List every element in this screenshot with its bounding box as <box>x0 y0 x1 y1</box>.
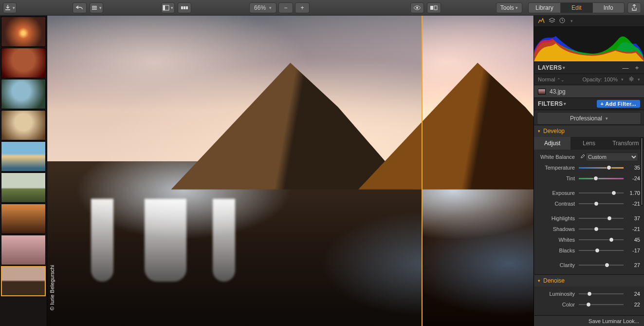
slider-track[interactable] <box>579 248 624 253</box>
slider-track[interactable] <box>579 302 624 307</box>
slider-temperature: Temperature 35 <box>534 162 644 173</box>
slider-whites: Whites 45 <box>534 234 644 245</box>
thumbnail[interactable] <box>1 235 46 265</box>
develop-tabs: Adjust Lens Transform <box>534 137 644 150</box>
compare-slider[interactable] <box>422 16 423 326</box>
slider-track[interactable] <box>579 165 624 171</box>
panel-scrollbar[interactable] <box>641 137 643 318</box>
zoom-in-button[interactable]: + <box>295 2 310 13</box>
slider-label: Whites <box>539 237 579 243</box>
history-button[interactable]: ▾ <box>90 2 103 13</box>
histogram-icon[interactable] <box>538 18 545 25</box>
slider-value: -17 <box>624 248 640 253</box>
right-panel: ▾ LAYERS▾ — ＋ Normal ⌃⌄ Opacity: 100%▾ <box>534 16 644 326</box>
panels-toggle-button[interactable]: ▾ <box>161 2 175 13</box>
slider-label: Clarity <box>539 262 579 268</box>
thumbnail[interactable] <box>1 204 46 234</box>
slider-value: 22 <box>624 302 640 307</box>
tab-info[interactable]: Info <box>592 2 625 13</box>
image-waterfall <box>213 199 235 282</box>
slider-value: 45 <box>624 237 640 243</box>
blend-mode-dropdown[interactable]: Normal ⌃⌄ <box>538 77 565 82</box>
slider-tint: Tint -24 <box>534 173 644 184</box>
layer-gear-icon[interactable] <box>628 76 634 83</box>
wb-mode-select[interactable]: Custom <box>586 153 638 161</box>
filters-header[interactable]: FILTERS▾ + Add Filter... <box>534 97 644 110</box>
tools-dropdown[interactable]: Tools▾ <box>496 2 522 13</box>
slider-label: Highlights <box>539 215 579 221</box>
thumbnail[interactable] <box>1 79 46 109</box>
slider-value: 27 <box>624 262 640 268</box>
slider-track[interactable] <box>579 201 624 207</box>
layers-title: LAYERS <box>538 64 562 71</box>
tab-lens[interactable]: Lens <box>570 137 607 150</box>
slider-track[interactable] <box>579 226 624 232</box>
svg-rect-2 <box>181 6 183 9</box>
thumbnail[interactable] <box>1 141 46 172</box>
zoom-value: 66% <box>254 4 266 11</box>
filmstrip <box>0 16 47 326</box>
svg-rect-4 <box>186 6 188 9</box>
slider-contrast: Contrast -21 <box>534 198 644 209</box>
thumbnail-selected[interactable] <box>1 266 46 296</box>
filmstrip-toggle-button[interactable] <box>178 2 191 13</box>
remove-layer-button[interactable]: — <box>622 64 628 72</box>
slider-track[interactable] <box>579 175 624 181</box>
layer-item[interactable]: 43.jpg <box>534 85 644 97</box>
top-toolbar: ▾ ▾ ▾ 66%▾ − + Tools▾ Library Edit Info <box>0 0 644 16</box>
opacity-label: Opacity: <box>583 77 602 82</box>
thumbnail[interactable] <box>1 48 46 78</box>
thumbnail[interactable] <box>1 110 46 140</box>
layer-thumbnail-icon <box>538 89 546 95</box>
share-icon <box>631 4 637 11</box>
minus-icon: − <box>284 4 288 11</box>
layer-options: Normal ⌃⌄ Opacity: 100%▾ ▾ <box>534 74 644 85</box>
save-look-button[interactable]: Save Luminar Look... <box>534 315 644 326</box>
layers-header[interactable]: LAYERS▾ — ＋ <box>534 61 644 74</box>
eye-icon <box>413 5 421 11</box>
zoom-out-button[interactable]: − <box>278 2 293 13</box>
undo-button[interactable] <box>73 2 86 13</box>
slider-track[interactable] <box>579 262 624 268</box>
chevron-down-icon: ▾ <box>538 278 540 283</box>
slider-track[interactable] <box>579 190 624 196</box>
slider-blacks: Blacks -17 <box>534 245 644 256</box>
slider-value: 37 <box>624 215 640 221</box>
import-button[interactable]: ▾ <box>3 2 17 13</box>
preset-dropdown[interactable]: Professional▾ <box>537 112 641 125</box>
preview-button[interactable] <box>410 2 424 13</box>
develop-header[interactable]: ▾ Develop <box>534 125 644 137</box>
thumbnail[interactable] <box>1 173 46 203</box>
zoom-dropdown[interactable]: 66%▾ <box>249 2 276 13</box>
opacity-value[interactable]: 100% <box>604 77 618 82</box>
wb-eyedropper-icon[interactable] <box>579 153 586 160</box>
layers-stack-icon[interactable] <box>549 18 555 25</box>
plus-icon: + <box>301 4 304 11</box>
slider-value: -21 <box>624 201 640 207</box>
slider-highlights: Highlights 37 <box>534 213 644 224</box>
svg-point-9 <box>630 78 632 80</box>
slider-label: Temperature <box>539 165 579 171</box>
slider-track[interactable] <box>579 215 624 221</box>
slider-exposure: Exposure 1.70 <box>534 188 644 198</box>
tab-library[interactable]: Library <box>528 2 560 13</box>
slider-value: -24 <box>624 175 640 181</box>
image-viewer[interactable]: © Iurie Belegurschi <box>47 16 534 326</box>
thumbnail[interactable] <box>1 17 46 47</box>
compare-button[interactable] <box>427 2 441 13</box>
denoise-title: Denoise <box>543 277 565 284</box>
slider-track[interactable] <box>579 291 624 297</box>
tab-edit[interactable]: Edit <box>560 2 592 13</box>
add-filter-button[interactable]: + Add Filter... <box>597 100 640 108</box>
sidebar-icon <box>163 5 169 11</box>
slider-value: 24 <box>624 291 640 297</box>
tab-adjust[interactable]: Adjust <box>534 137 570 150</box>
slider-track[interactable] <box>579 237 624 243</box>
filters-title: FILTERS <box>538 100 563 107</box>
clock-icon[interactable] <box>559 18 565 25</box>
slider-label: Contrast <box>539 201 579 207</box>
tab-transform[interactable]: Transform <box>607 137 644 150</box>
denoise-header[interactable]: ▾ Denoise <box>534 275 644 287</box>
add-layer-button[interactable]: ＋ <box>634 63 640 72</box>
share-button[interactable] <box>627 2 641 13</box>
